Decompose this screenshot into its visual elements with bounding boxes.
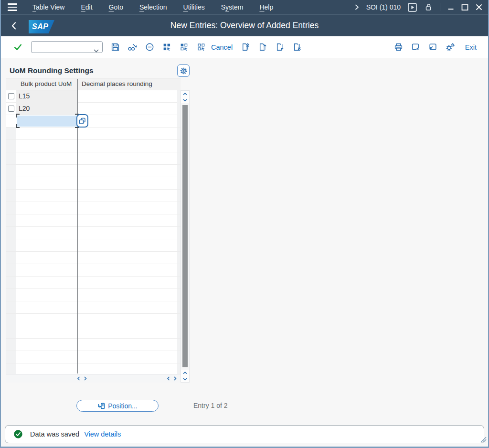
save-icon[interactable] [109,41,121,53]
menubar: Table ViewEditGotoSelectionUtilitiesSyst… [0,0,489,14]
scroll-up-icon[interactable] [181,370,189,376]
uom-cell [16,140,78,152]
decimals-cell [78,177,177,189]
position-button[interactable]: Position... [76,400,159,412]
view-details-link[interactable]: View details [84,430,121,438]
filler-cell [177,277,181,288]
uom-cell[interactable]: L15 [16,90,78,103]
cancel-button[interactable]: Cancel [211,43,233,51]
vertical-scroll-thumb[interactable] [182,105,188,367]
uom-rounding-table: Bulk product UoM Decimal places rounding… [6,78,190,383]
scroll-down-icon[interactable] [181,376,189,382]
menu-selection[interactable]: Selection [139,3,167,11]
uom-cell[interactable]: L20 [16,103,78,116]
previous-page-icon[interactable] [256,41,269,53]
decimals-cell [78,152,177,164]
deselect-all-icon[interactable] [195,41,207,53]
filler-cell [177,177,181,189]
uom-edit-cell[interactable] [16,115,78,127]
select-all-icon[interactable] [160,41,173,53]
unlock-icon[interactable] [424,3,433,11]
menu-goto[interactable]: Goto [109,3,123,11]
uom-cell [16,190,78,202]
row-checkbox[interactable] [8,106,14,112]
shortcut-icon[interactable] [410,41,422,53]
select-block-icon[interactable] [178,41,190,53]
uom-cell [16,363,78,374]
decimals-cell[interactable] [78,115,177,127]
uom-cell [16,177,78,189]
decimals-cell [78,289,177,301]
filler-cell [177,326,181,338]
decimals-cell[interactable] [78,103,177,116]
new-session-icon[interactable] [427,41,439,53]
resize-grip-icon[interactable] [479,435,487,445]
row-select-cell [6,351,16,363]
filler-cell [177,190,181,202]
row-select-cell [6,339,16,351]
status-message: Data was saved [30,430,79,438]
first-page-icon[interactable] [239,41,252,53]
row-select-cell [6,90,16,103]
uom-cell [16,277,78,288]
close-icon[interactable] [476,4,482,11]
filler-cell [177,289,181,301]
command-field[interactable] [31,41,103,53]
exit-button[interactable]: Exit [465,43,477,51]
row-select-cell [6,103,16,116]
play-icon[interactable] [408,3,417,12]
command-input[interactable] [34,42,94,52]
back-icon[interactable] [11,21,17,32]
uom-cell [16,165,78,177]
chevron-right-icon[interactable] [354,4,359,11]
hamburger-menu-icon[interactable] [8,3,17,11]
decimals-cell [78,227,177,239]
scroll-up-icon[interactable] [181,91,189,97]
table-row [6,152,181,165]
sap-logo: SAP [29,20,54,33]
scroll-down-icon[interactable] [181,97,189,103]
menu-help[interactable]: Help [259,3,273,11]
menu-utilities[interactable]: Utilities [183,3,205,11]
minus-circle-icon[interactable] [143,41,156,53]
section-title: UoM Rounding Settings [10,66,94,75]
page-title: New Entries: Overview of Added Entries [0,21,489,31]
chevron-down-icon[interactable] [94,46,99,54]
scroll-left-icon[interactable] [75,375,82,382]
filler-header [177,78,181,90]
maximize-icon[interactable] [461,4,468,11]
scroll-right-icon[interactable] [172,375,178,382]
enter-check-icon[interactable] [11,41,24,53]
menu-system[interactable]: System [221,3,244,11]
table-settings-button[interactable] [177,64,190,77]
decimals-cell [78,190,177,202]
menubar-right: SOI (1) 010 [354,3,482,12]
copy-icon[interactable] [76,114,88,128]
uom-cell [16,326,78,338]
decimals-cell [78,351,177,363]
success-check-icon [14,430,22,438]
scroll-right-icon[interactable] [82,375,88,382]
menu-edit[interactable]: Edit [81,3,92,11]
filler-cell [177,227,181,239]
table-row [6,128,181,140]
menu-table-view[interactable]: Table View [32,3,64,11]
vertical-scrollbar[interactable] [181,90,190,383]
display-change-icon[interactable] [126,41,138,53]
last-page-icon[interactable] [291,41,303,53]
scroll-left-icon[interactable] [165,375,171,382]
uom-cell [16,227,78,239]
next-page-icon[interactable] [274,41,286,53]
decimals-cell [78,301,177,313]
table-row [6,214,181,227]
print-icon[interactable] [393,41,405,53]
table-row [6,115,181,128]
row-checkbox[interactable] [8,93,14,99]
row-select-cell [6,140,16,152]
decimals-cell[interactable] [78,90,177,103]
table-row [6,314,181,326]
settings-gears-icon[interactable] [444,41,457,53]
row-select-cell [6,252,16,264]
minimize-icon[interactable] [447,4,454,11]
horizontal-scrollbar[interactable] [6,374,181,383]
